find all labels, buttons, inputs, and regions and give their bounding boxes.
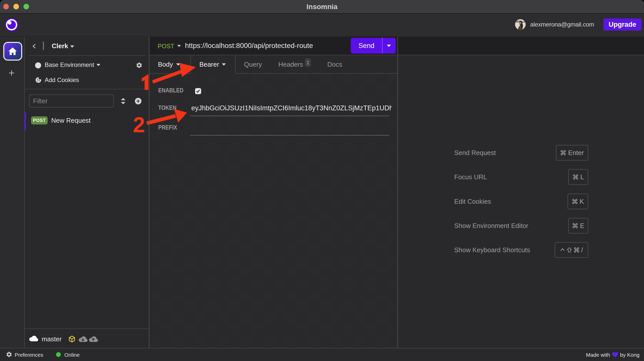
svg-text:2: 2 (133, 113, 145, 137)
